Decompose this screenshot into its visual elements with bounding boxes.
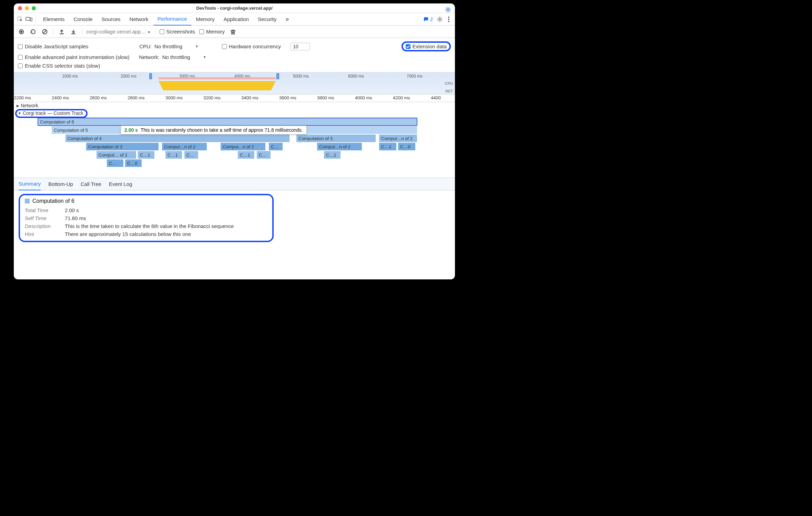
extension-data-highlight: Extension data (402, 41, 451, 51)
flame-bar[interactable]: C…0 (125, 159, 142, 167)
flame-bar[interactable]: Comput…n of 2 (162, 143, 207, 150)
detail-tab-event-log[interactable]: Event Log (109, 178, 132, 190)
messages-count: 2 (430, 17, 433, 22)
devtools-window: DevTools - corgi-collage.vercel.app/ Ele… (14, 3, 455, 279)
record-button[interactable] (17, 28, 26, 36)
more-tabs-button[interactable]: » (281, 13, 293, 26)
detail-tab-bottom-up[interactable]: Bottom-Up (48, 178, 73, 190)
flame-bar[interactable]: C…1 (138, 151, 154, 159)
hw-concurrency-checkbox[interactable]: Hardware concurrency (222, 43, 281, 49)
ruler-tick: 2400 ms (52, 95, 69, 100)
network-select[interactable]: No throttling (162, 54, 200, 60)
ruler-tick: 3000 ms (165, 95, 183, 100)
summary-title-row: Computation of 6 (25, 198, 267, 204)
ruler-tick: 2600 ms (90, 95, 107, 100)
tab-security[interactable]: Security (254, 13, 281, 26)
screenshots-label: Screenshots (166, 29, 195, 34)
overview-handle-left[interactable] (149, 73, 152, 79)
cpu-select[interactable]: No throttling (154, 43, 192, 49)
reload-record-button[interactable] (29, 28, 37, 36)
flame-bar[interactable]: C…1 (324, 151, 341, 159)
flame-bar[interactable]: Computation of 3 (86, 143, 159, 150)
self-time-key: Self Time (25, 215, 59, 221)
svg-point-4 (448, 17, 449, 18)
overview-tick: 7000 ms (407, 74, 423, 79)
flame-bar[interactable]: Comput…n of 2 (317, 143, 362, 150)
custom-track-header[interactable]: ▼Corgi track — Custom Track (18, 110, 83, 116)
gc-icon[interactable] (229, 28, 237, 36)
ruler-tick: 3600 ms (279, 95, 296, 100)
paint-instr-label: Enable advanced paint instrumentation (s… (25, 54, 130, 60)
ruler-tick: 3400 ms (241, 95, 258, 100)
flame-bar[interactable]: C…1 (165, 151, 182, 159)
clear-button[interactable] (41, 28, 49, 36)
extension-data-checkbox[interactable]: Extension data (406, 43, 447, 49)
custom-track-highlight: ▼Corgi track — Custom Track (15, 109, 88, 118)
ruler-tick: 3800 ms (317, 95, 334, 100)
titlebar: DevTools - corgi-collage.vercel.app/ (14, 3, 455, 13)
flame-bar[interactable]: Comput…n of 2 (221, 143, 265, 150)
inspect-icon[interactable] (16, 15, 24, 23)
network-track-header[interactable]: ▶Network (14, 102, 455, 109)
perf-toolbar: corgi-collage.vercel.app… ▼ Screenshots … (14, 26, 455, 38)
tracks-panel: ▶Network ▼Corgi track — Custom Track Com… (14, 102, 455, 178)
tab-elements[interactable]: Elements (39, 13, 69, 26)
color-swatch (25, 199, 30, 204)
upload-icon[interactable] (58, 28, 66, 36)
overview-tick: 1000 ms (62, 74, 78, 79)
flame-bar[interactable]: Computation of 4 (65, 135, 290, 142)
hw-concurrency-input[interactable]: 10 (291, 43, 310, 50)
screenshots-checkbox[interactable]: Screenshots (160, 29, 195, 34)
svg-point-6 (448, 21, 449, 22)
device-icon[interactable] (25, 15, 33, 23)
flame-bar[interactable]: Comput…n of 2 (379, 135, 417, 142)
flame-bar[interactable]: C… (269, 143, 283, 150)
flame-bar[interactable]: C…1 (379, 143, 396, 150)
flame-bar-selected[interactable]: Computation of 6 (38, 118, 417, 126)
capture-settings-icon[interactable] (444, 6, 452, 14)
timeline-overview[interactable]: 1000 ms 2000 ms 3000 ms 4000 ms 5000 ms … (14, 72, 455, 95)
css-stats-checkbox[interactable]: Enable CSS selector stats (slow) (18, 63, 100, 69)
flame-bar[interactable]: C… (107, 159, 123, 167)
ruler-tick: 4000 ms (355, 95, 372, 100)
tab-performance[interactable]: Performance (153, 13, 191, 26)
tab-memory[interactable]: Memory (192, 13, 219, 26)
tab-sources[interactable]: Sources (98, 13, 125, 26)
paint-instr-checkbox[interactable]: Enable advanced paint instrumentation (s… (18, 54, 130, 60)
svg-line-10 (43, 30, 47, 33)
download-icon[interactable] (69, 28, 78, 36)
flame-bar[interactable]: Computation of 3 (296, 135, 376, 142)
flame-bar[interactable]: Comput… of 2 (97, 151, 136, 159)
detail-tab-summary[interactable]: Summary (19, 178, 41, 190)
overview-tick: 5000 ms (293, 74, 309, 79)
custom-track-label: Corgi track — Custom Track (23, 110, 83, 116)
tooltip-time: 2.00 s (124, 127, 138, 133)
flame-bar[interactable]: C… (184, 151, 198, 159)
flame-bar[interactable]: C… (257, 151, 271, 159)
kebab-icon[interactable] (445, 15, 453, 23)
tooltip-text: This is was randomly chosen to take a se… (141, 127, 303, 133)
tab-application[interactable]: Application (220, 13, 253, 26)
memory-label: Memory (206, 29, 225, 34)
detail-tab-call-tree[interactable]: Call Tree (81, 178, 101, 190)
summary-title: Computation of 6 (32, 198, 74, 204)
flame-bar[interactable]: C…1 (238, 151, 254, 159)
disable-js-checkbox[interactable]: Disable JavaScript samples (18, 43, 88, 49)
tab-network[interactable]: Network (125, 13, 153, 26)
flame-chart[interactable]: Computation of 6 Computation of 5 Comput… (34, 118, 455, 177)
tab-console[interactable]: Console (70, 13, 97, 26)
memory-checkbox[interactable]: Memory (199, 29, 225, 34)
detail-tabs: Summary Bottom-Up Call Tree Event Log (14, 178, 455, 190)
cpu-label: CPU: (139, 43, 152, 49)
summary-highlight: Computation of 6 Total Time2.00 s Self T… (19, 194, 274, 242)
main-tabs: Elements Console Sources Network Perform… (14, 13, 455, 26)
messages-badge[interactable]: 2 (421, 17, 435, 22)
flame-tooltip: 2.00 sThis is was randomly chosen to tak… (121, 126, 307, 135)
overview-handle-right[interactable] (276, 73, 279, 79)
settings-icon[interactable] (436, 15, 444, 23)
flame-bar[interactable]: C…0 (398, 143, 415, 150)
target-dropdown[interactable]: corgi-collage.vercel.app… ▼ (86, 29, 151, 34)
ruler-tick: 3200 ms (203, 95, 221, 100)
svg-point-3 (439, 18, 441, 20)
summary-panel: Computation of 6 Total Time2.00 s Self T… (14, 190, 455, 246)
